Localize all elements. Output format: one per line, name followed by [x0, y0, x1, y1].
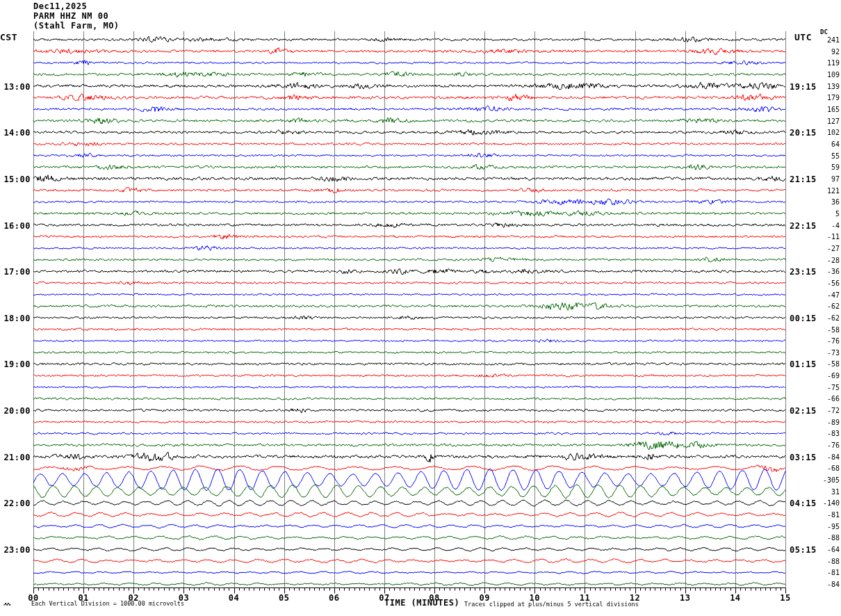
x-axis-tick-label: 15	[773, 593, 798, 603]
x-axis-tick-label: 04	[222, 593, 247, 603]
dc-offset-value: -76	[803, 337, 840, 345]
seismogram-trace-canvas	[0, 0, 841, 616]
x-axis-tick-label: 05	[272, 593, 297, 603]
dc-offset-value: -62	[803, 314, 840, 322]
dc-offset-value: -36	[803, 268, 840, 275]
dc-offset-value: 102	[803, 129, 840, 136]
dc-offset-value: 121	[803, 187, 840, 195]
dc-offset-value: -47	[803, 291, 840, 299]
dc-offset-value: 179	[803, 94, 840, 102]
dc-offset-value: 55	[803, 152, 840, 160]
dc-offset-value: 64	[803, 140, 840, 148]
dc-offset-value: -81	[803, 569, 840, 576]
dc-offset-value: 241	[803, 36, 840, 44]
vertical-division-note: Each Vertical Division = 1000.00 microvo…	[31, 600, 184, 607]
dc-offset-value: -28	[803, 257, 840, 264]
x-axis-title: TIME (MINUTES)	[384, 598, 459, 608]
dc-offset-value: 109	[803, 71, 840, 79]
dc-offset-value: 5	[803, 210, 840, 218]
dc-offset-value: -88	[803, 558, 840, 565]
dc-offset-value: -88	[803, 534, 840, 542]
dc-offset-value: -76	[803, 441, 840, 449]
dc-offset-value: 165	[803, 106, 840, 113]
x-axis-tick-label: 14	[723, 593, 748, 603]
dc-offset-value: -89	[803, 419, 840, 426]
trace-clipping-note: Traces clipped at plus/minus 5 vertical …	[464, 601, 639, 608]
dc-offset-value: -58	[803, 360, 840, 368]
cst-hour-label: 22:00	[0, 499, 31, 508]
dc-offset-value: -64	[803, 546, 840, 553]
dc-offset-value: 127	[803, 117, 840, 125]
dc-offset-value: -4	[803, 222, 840, 229]
cst-hour-label: 15:00	[0, 175, 31, 184]
dc-offset-value: -140	[803, 499, 840, 507]
dc-offset-value: 139	[803, 83, 840, 90]
dc-offset-value: -75	[803, 384, 840, 391]
dc-offset-value: -73	[803, 349, 840, 357]
dc-offset-value: -84	[803, 453, 840, 461]
cst-hour-label: 20:00	[0, 406, 31, 416]
mini-waveform-icon	[3, 601, 11, 607]
dc-offset-header: DC	[820, 29, 828, 35]
cst-hour-label: 19:00	[0, 359, 31, 369]
dc-offset-value: -56	[803, 279, 840, 287]
dc-offset-value: -66	[803, 395, 840, 403]
dc-offset-value: -305	[803, 476, 840, 484]
station-code-label: PARM HHZ NM 00	[33, 11, 108, 21]
dc-offset-value: 92	[803, 48, 840, 56]
dc-offset-value: 59	[803, 163, 840, 171]
cst-hour-label: 21:00	[0, 453, 31, 462]
cst-hour-label: 16:00	[0, 221, 31, 231]
left-timezone-label: CST	[0, 32, 17, 42]
dc-offset-value: -69	[803, 372, 840, 380]
dc-offset-value: -81	[803, 511, 840, 519]
cst-hour-label: 23:00	[0, 545, 31, 555]
cst-hour-label: 13:00	[0, 82, 31, 92]
dc-offset-value: -83	[803, 430, 840, 437]
x-axis-tick-label: 06	[322, 593, 347, 603]
cst-hour-label: 18:00	[0, 314, 31, 323]
dc-offset-value: 31	[803, 488, 840, 496]
plot-date-label: Dec11,2025	[33, 1, 87, 11]
dc-offset-value: -84	[803, 581, 840, 588]
x-axis-tick-label: 13	[673, 593, 698, 603]
dc-offset-value: -72	[803, 407, 840, 414]
dc-offset-value: -27	[803, 245, 840, 252]
dc-offset-value: 36	[803, 198, 840, 206]
dc-offset-value: -62	[803, 302, 840, 310]
helicorder-screen: Dec11,2025 PARM HHZ NM 00 (Stahl Farm, M…	[0, 0, 841, 616]
dc-offset-value: -95	[803, 523, 840, 530]
dc-offset-value: 97	[803, 175, 840, 183]
cst-hour-label: 14:00	[0, 128, 31, 138]
dc-offset-value: -68	[803, 464, 840, 472]
dc-offset-value: -58	[803, 326, 840, 334]
dc-offset-value: -11	[803, 233, 840, 241]
station-name-label: (Stahl Farm, MO)	[33, 21, 120, 31]
cst-hour-label: 17:00	[0, 267, 31, 277]
dc-offset-value: 119	[803, 59, 840, 67]
